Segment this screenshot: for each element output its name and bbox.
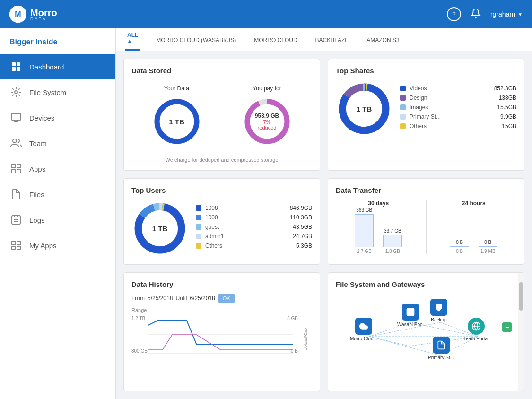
tab-all[interactable]: ALL ▲ <box>125 28 140 51</box>
dt-24h-bar2-bar <box>479 246 497 247</box>
card-data-history: Data History From 5/25/2018 Until 6/25/2… <box>123 272 320 391</box>
top-users-title: Top Users <box>131 186 312 194</box>
card-file-system: File System and Gateways <box>328 272 524 391</box>
ok-button[interactable]: OK <box>218 294 235 303</box>
pay-for-chart: 953.9 GB 7% reduced <box>241 95 293 147</box>
range-label: Range <box>131 307 312 313</box>
tabs-bar: ALL ▲ MORRO CLOUD (WASABI/US) MORRO CLOU… <box>116 28 532 51</box>
dt-bar-download: 33.7 GB 1.8 GB <box>383 228 402 254</box>
tab-morro-wasabi[interactable]: MORRO CLOUD (WASABI/US) <box>154 31 238 51</box>
sidebar-item-logs[interactable]: Logs <box>0 207 115 233</box>
data-history-chart: 1.2 TB 800 GB 5 GB 0 B <box>131 316 312 363</box>
svg-rect-17 <box>17 241 20 244</box>
top-users-chart: 1 TB <box>131 200 188 257</box>
file-system-diagram: Morro Clou... Wasabi Pool <box>336 294 516 389</box>
legend-color-others-users <box>196 243 201 249</box>
your-data-donut: Your Data 1 TB <box>151 85 203 147</box>
svg-rect-11 <box>17 170 20 173</box>
tab-backblaze[interactable]: BACKBLAZE <box>314 31 351 51</box>
sidebar-item-label: Files <box>29 191 44 199</box>
top-users-legend: 1008 846.9GB 1000 110.3GB guest 43.5GB <box>196 205 312 252</box>
node-morro-cloud: Morro Clou... <box>350 318 377 341</box>
pay-for-donut: You pay for 953.9 GB 7% reduced <box>241 85 293 147</box>
svg-point-6 <box>15 91 17 94</box>
file-system-title: File System and Gateways <box>336 280 516 288</box>
dt-24h-bar1-bar <box>450 246 469 247</box>
header: M Morro DATA ? rgraham ▼ <box>0 0 532 28</box>
apps-icon <box>9 162 23 175</box>
data-history-title: Data History <box>131 280 312 288</box>
dashboard-icon <box>9 60 23 73</box>
from-label: From <box>131 295 145 302</box>
top-shares-inner: 1 TB Videos 852.3GB Design 138GB <box>336 80 516 137</box>
legend-color-1000 <box>196 215 201 220</box>
from-value: 5/25/2018 <box>148 295 173 302</box>
fs-svg <box>336 294 516 389</box>
card-top-shares: Top Shares <box>328 59 524 171</box>
tab-amazon-s3[interactable]: AMAZON S3 <box>365 31 401 51</box>
legend-color-design <box>400 95 406 101</box>
svg-rect-18 <box>17 246 20 250</box>
dt-bar-upload: 363 GB 2.7 GB <box>355 208 374 254</box>
svg-rect-16 <box>12 241 15 244</box>
sidebar-item-files[interactable]: Files <box>0 182 115 207</box>
legend-color-primary <box>400 114 406 120</box>
legend-color-guest <box>196 224 201 230</box>
dt-24h-bars: 0 B 0 B 0 B 1.9 MB <box>431 211 517 254</box>
data-transfer-inner: 30 days 363 GB 2.7 GB 33.7 GB 1.8 GB <box>336 200 516 254</box>
until-value: 6/25/2018 <box>190 295 215 302</box>
svg-rect-13 <box>15 215 17 217</box>
svg-rect-7 <box>11 113 21 120</box>
logo-icon: M <box>9 6 26 23</box>
data-transfer-title: Data Transfer <box>336 186 516 194</box>
data-history-date-row: From 5/25/2018 Until 6/25/2018 OK <box>131 294 312 303</box>
dt-30d-bars: 363 GB 2.7 GB 33.7 GB 1.8 GB <box>336 211 421 254</box>
sidebar-item-apps[interactable]: Apps <box>0 156 115 182</box>
data-stored-inner: Your Data 1 TB You pay for <box>131 80 312 152</box>
notification-icon[interactable] <box>471 8 481 21</box>
dt-24h-bar2: 0 B 1.9 MB <box>479 240 497 254</box>
dt-30d: 30 days 363 GB 2.7 GB 33.7 GB 1.8 GB <box>336 200 421 254</box>
sidebar-item-team[interactable]: Team <box>0 130 115 156</box>
legend-color-images <box>400 104 406 110</box>
main-layout: Bigger Inside Dashboard File Sy <box>0 28 532 399</box>
sidebar-item-label: Devices <box>29 114 54 122</box>
scrollbar-thumb <box>519 282 523 311</box>
svg-rect-19 <box>12 246 15 250</box>
card-data-stored: Data Stored Your Data 1 TB <box>123 59 320 171</box>
card-top-users: Top Users 1 TB <box>123 178 320 265</box>
sidebar-item-filesystem[interactable]: File System <box>0 79 115 105</box>
svg-rect-9 <box>12 165 15 168</box>
tab-morro-cloud[interactable]: MORRO CLOUD <box>252 31 299 51</box>
legend-item-primary: Primary St... 9.9GB <box>400 113 516 120</box>
svg-rect-12 <box>12 170 15 173</box>
legend-item-others-users: Others 5.3GB <box>196 243 312 249</box>
logo: M Morro DATA <box>9 6 57 23</box>
sidebar-item-label: Apps <box>29 165 45 173</box>
sidebar-item-devices[interactable]: Devices <box>0 105 115 130</box>
y-label-bot-left: 800 GB <box>131 348 148 354</box>
sidebar-item-myapps[interactable]: My Apps <box>0 233 115 258</box>
top-users-inner: 1 TB 1008 846.9GB 1000 110.3GB <box>131 200 312 257</box>
svg-rect-2 <box>12 62 16 66</box>
node-team-portal: Team Portal <box>463 318 488 341</box>
legend-item-design: Design 138GB <box>400 95 516 101</box>
dt-24h: 24 hours 0 B 0 B 0 B 1.9 MB <box>431 200 517 254</box>
node-primary-storage: Primary St... <box>428 337 454 360</box>
legend-color-1008 <box>196 205 201 211</box>
legend-item-1008: 1008 846.9GB <box>196 205 312 211</box>
sidebar-item-label: File System <box>29 88 66 96</box>
legend-color-videos <box>400 86 406 91</box>
svg-point-8 <box>13 139 17 143</box>
user-menu[interactable]: rgraham ▼ <box>490 10 523 18</box>
help-icon[interactable]: ? <box>447 7 461 21</box>
top-shares-title: Top Shares <box>336 67 516 75</box>
node-backup: Backup <box>430 299 447 322</box>
dt-divider <box>426 200 427 254</box>
scrollbar[interactable] <box>518 273 524 391</box>
legend-color-others <box>400 123 406 129</box>
legend-item-others: Others 15GB <box>400 123 516 130</box>
sidebar-item-dashboard[interactable]: Dashboard <box>0 54 115 79</box>
svg-rect-5 <box>17 67 20 71</box>
logs-icon <box>9 213 23 226</box>
